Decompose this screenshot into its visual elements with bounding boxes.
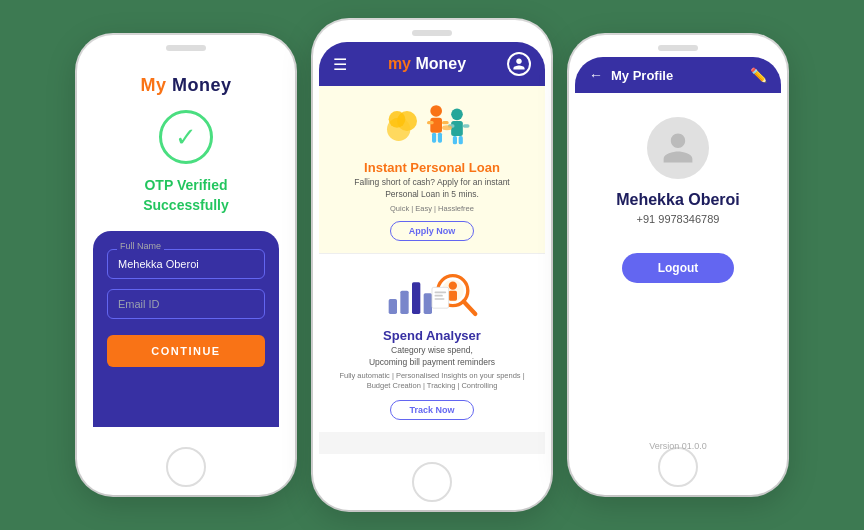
home-content: Instant Personal Loan Falling short of c…: [319, 86, 545, 454]
home-logo: my Money: [388, 55, 466, 73]
svg-point-15: [442, 125, 452, 130]
spend-illustration: [382, 264, 482, 322]
logo-my-1: My: [140, 75, 166, 95]
svg-rect-18: [412, 282, 420, 314]
full-name-input[interactable]: [107, 249, 265, 279]
loan-card: Instant Personal Loan Falling short of c…: [319, 86, 545, 254]
svg-rect-6: [442, 121, 449, 124]
svg-point-3: [430, 105, 442, 117]
svg-rect-14: [459, 136, 463, 144]
home-header: ☰ my Money: [319, 42, 545, 86]
profile-header: ← My Profile ✏️: [575, 57, 781, 93]
logo-1: My Money: [140, 75, 231, 96]
hamburger-icon[interactable]: ☰: [333, 55, 347, 74]
full-name-label: Full Name: [117, 241, 164, 251]
check-icon: ✓: [175, 124, 197, 150]
home-logo-money: Money: [415, 55, 466, 72]
phone-otp: My Money ✓ OTP VerifiedSuccessfully Full…: [77, 35, 295, 495]
email-input[interactable]: [107, 289, 265, 319]
svg-rect-28: [434, 298, 444, 300]
svg-line-22: [464, 301, 476, 313]
back-arrow-icon[interactable]: ←: [589, 67, 603, 83]
otp-verified-text: OTP VerifiedSuccessfully: [143, 176, 229, 215]
profile-phone: +91 9978346789: [637, 213, 720, 225]
logo-money-1: Money: [172, 75, 232, 95]
svg-rect-26: [434, 291, 446, 293]
svg-rect-10: [451, 121, 463, 136]
svg-rect-17: [400, 290, 408, 313]
svg-point-9: [451, 108, 463, 120]
loan-card-desc: Falling short of cash? Apply for an inst…: [354, 177, 509, 201]
svg-rect-13: [453, 136, 457, 144]
logout-button[interactable]: Logout: [622, 253, 735, 283]
full-name-field: Full Name: [107, 249, 265, 279]
svg-rect-8: [438, 133, 442, 143]
loan-illustration: [382, 96, 482, 154]
version-text: Version 01.0.0: [649, 441, 707, 451]
svg-rect-25: [432, 287, 449, 308]
svg-rect-7: [432, 133, 436, 143]
svg-rect-12: [463, 124, 470, 127]
spend-card-subdesc: Fully automatic | Personalised Insights …: [339, 371, 524, 392]
profile-header-title: My Profile: [611, 68, 673, 83]
phone-profile: ← My Profile ✏️ Mehekka Oberoi +91 99783…: [569, 35, 787, 495]
otp-check-circle: ✓: [159, 110, 213, 164]
profile-content: Mehekka Oberoi +91 9978346789 Logout: [575, 93, 781, 439]
profile-name: Mehekka Oberoi: [616, 191, 740, 209]
svg-point-2: [389, 111, 406, 128]
edit-icon[interactable]: ✏️: [750, 67, 767, 83]
svg-rect-4: [430, 118, 442, 133]
loan-card-tags: Quick | Easy | Hasslefree: [390, 204, 474, 213]
user-icon[interactable]: [507, 52, 531, 76]
spend-card-title: Spend Analyser: [383, 328, 481, 343]
svg-rect-19: [424, 293, 432, 314]
home-logo-my: my: [388, 55, 411, 72]
loan-card-title: Instant Personal Loan: [364, 160, 500, 175]
svg-rect-24: [449, 290, 457, 300]
avatar: [647, 117, 709, 179]
svg-rect-16: [389, 299, 397, 314]
svg-rect-5: [427, 121, 434, 124]
svg-point-23: [449, 281, 457, 289]
email-field: [107, 289, 265, 319]
continue-button[interactable]: CONTINUE: [107, 335, 265, 367]
registration-form: Full Name CONTINUE: [93, 231, 279, 427]
phone-home: ☰ my Money: [313, 20, 551, 510]
svg-rect-27: [434, 295, 442, 297]
spend-card: Spend Analyser Category wise spend,Upcom…: [319, 254, 545, 432]
track-now-button[interactable]: Track Now: [390, 400, 473, 420]
spend-card-desc: Category wise spend,Upcoming bill paymen…: [369, 345, 495, 369]
apply-now-button[interactable]: Apply Now: [390, 221, 475, 241]
